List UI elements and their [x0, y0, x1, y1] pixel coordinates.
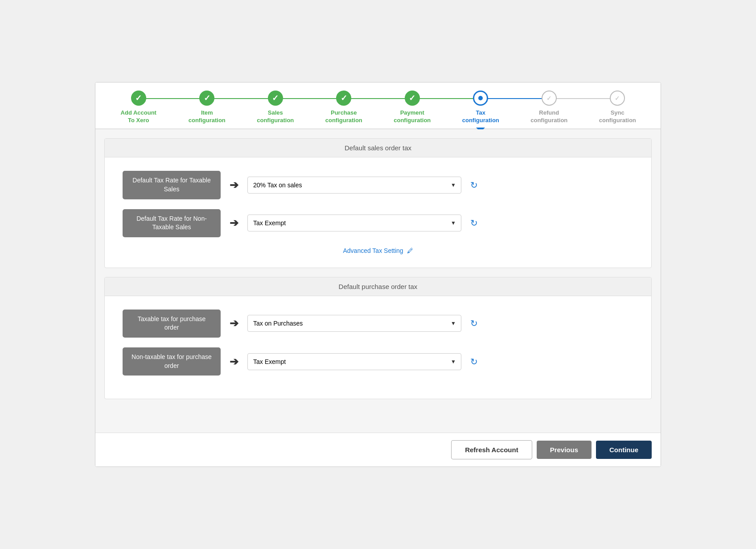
inactive-icon-7: ✓ — [546, 95, 552, 102]
sales-order-tax-body: Default Tax Rate for Taxable Sales ➔ 20%… — [105, 157, 651, 267]
step-refund-config[interactable]: ✓ Refundconfiguration — [515, 91, 583, 129]
non-taxable-purchase-select-wrapper: Tax Exempt Tax on Purchases No Tax ▼ — [247, 353, 461, 370]
step-circle-3 — [268, 91, 283, 106]
step-payment-config[interactable]: Paymentconfiguration — [378, 91, 447, 129]
sales-order-tax-header: Default sales order tax — [105, 139, 651, 157]
non-taxable-sales-label: Default Tax Rate for Non-Taxable Sales — [123, 209, 221, 237]
arrow-icon-4: ➔ — [230, 355, 238, 368]
previous-button[interactable]: Previous — [537, 441, 592, 459]
sales-order-tax-card: Default sales order tax Default Tax Rate… — [104, 138, 652, 268]
step-circle-1 — [131, 91, 146, 106]
step-item-config[interactable]: Itemconfiguration — [173, 91, 242, 129]
step-purchase-config[interactable]: Purchaseconfiguration — [310, 91, 378, 129]
checkmark-icon-3 — [272, 93, 279, 103]
advanced-tax-link[interactable]: Advanced Tax Setting 🖉 — [343, 247, 413, 254]
non-taxable-purchase-row: Non-taxable tax for purchase order ➔ Tax… — [123, 347, 633, 376]
step-label-5: Paymentconfiguration — [394, 109, 431, 124]
checkmark-icon-5 — [409, 93, 415, 103]
taxable-sales-select[interactable]: 20% Tax on sales Tax Exempt No Tax 10% T… — [247, 177, 461, 194]
step-circle-2 — [199, 91, 214, 106]
taxable-purchase-refresh-icon[interactable]: ↻ — [470, 318, 478, 329]
non-taxable-sales-select[interactable]: Tax Exempt 20% Tax on sales No Tax 10% T… — [247, 215, 461, 231]
taxable-sales-row: Default Tax Rate for Taxable Sales ➔ 20%… — [123, 171, 633, 199]
step-circle-4 — [336, 91, 351, 106]
checkmark-icon-2 — [204, 93, 210, 103]
arrow-icon-1: ➔ — [230, 179, 238, 191]
taxable-purchase-select[interactable]: Tax on Purchases Tax Exempt No Tax — [247, 315, 461, 332]
taxable-sales-refresh-icon[interactable]: ↻ — [470, 180, 478, 190]
inactive-icon-8: ✓ — [615, 95, 620, 102]
step-label-6: Taxconfiguration — [462, 109, 499, 124]
refresh-account-button[interactable]: Refresh Account — [451, 440, 532, 459]
non-taxable-purchase-select[interactable]: Tax Exempt Tax on Purchases No Tax — [247, 353, 461, 370]
checkmark-icon-4 — [341, 93, 347, 103]
checkmark-icon-1 — [135, 93, 142, 103]
advanced-tax-link-container: Advanced Tax Setting 🖉 — [123, 247, 633, 254]
non-taxable-sales-refresh-icon[interactable]: ↻ — [470, 218, 478, 228]
step-circle-5 — [405, 91, 420, 106]
footer: Refresh Account Previous Continue — [95, 433, 661, 466]
purchase-order-tax-header: Default purchase order tax — [105, 277, 651, 296]
advanced-tax-link-text: Advanced Tax Setting — [343, 247, 403, 254]
main-container: Add AccountTo Xero Itemconfiguration Sal… — [95, 82, 661, 467]
step-label-8: Syncconfiguration — [599, 109, 636, 124]
taxable-sales-label: Default Tax Rate for Taxable Sales — [123, 171, 221, 199]
non-taxable-sales-select-wrapper: Tax Exempt 20% Tax on sales No Tax 10% T… — [247, 215, 461, 231]
scroll-area[interactable]: Default sales order tax Default Tax Rate… — [95, 129, 661, 433]
step-circle-7: ✓ — [542, 91, 557, 106]
purchase-order-tax-card: Default purchase order tax Taxable tax f… — [104, 277, 652, 399]
step-add-account[interactable]: Add AccountTo Xero — [104, 91, 173, 129]
wizard-steps: Add AccountTo Xero Itemconfiguration Sal… — [95, 83, 661, 130]
non-taxable-sales-row: Default Tax Rate for Non-Taxable Sales ➔… — [123, 209, 633, 237]
content-area: Default sales order tax Default Tax Rate… — [95, 129, 661, 433]
continue-button[interactable]: Continue — [596, 441, 652, 459]
step-sync-config[interactable]: ✓ Syncconfiguration — [583, 91, 652, 129]
arrow-icon-3: ➔ — [230, 317, 238, 330]
advanced-tax-link-icon: 🖉 — [407, 247, 413, 254]
step-label-3: Salesconfiguration — [257, 109, 294, 124]
taxable-purchase-label: Taxable tax for purchase order — [123, 310, 221, 338]
arrow-icon-2: ➔ — [230, 217, 238, 229]
step-tax-config[interactable]: Taxconfiguration — [447, 91, 515, 129]
step-label-2: Itemconfiguration — [189, 109, 226, 124]
step-label-1: Add AccountTo Xero — [121, 109, 156, 124]
taxable-purchase-row: Taxable tax for purchase order ➔ Tax on … — [123, 310, 633, 338]
step-label-4: Purchaseconfiguration — [325, 109, 362, 124]
step-circle-8: ✓ — [610, 91, 625, 106]
step-circle-6 — [473, 91, 488, 106]
non-taxable-purchase-refresh-icon[interactable]: ↻ — [470, 356, 478, 367]
step-sales-config[interactable]: Salesconfiguration — [241, 91, 310, 129]
non-taxable-purchase-label: Non-taxable tax for purchase order — [123, 347, 221, 376]
step-label-7: Refundconfiguration — [530, 109, 567, 124]
active-dot-icon — [478, 96, 483, 100]
purchase-order-tax-body: Taxable tax for purchase order ➔ Tax on … — [105, 296, 651, 399]
taxable-sales-select-wrapper: 20% Tax on sales Tax Exempt No Tax 10% T… — [247, 177, 461, 194]
taxable-purchase-select-wrapper: Tax on Purchases Tax Exempt No Tax ▼ — [247, 315, 461, 332]
